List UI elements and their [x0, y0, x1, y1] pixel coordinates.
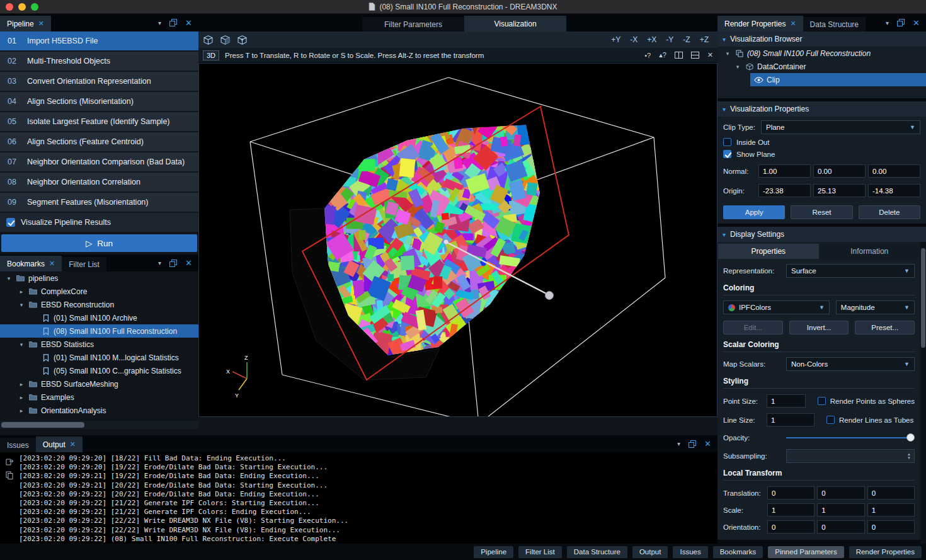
component-dropdown[interactable]: Magnitude ▼	[836, 300, 915, 314]
render-lines-tubes-checkbox[interactable]	[826, 416, 835, 424]
tree-item[interactable]: ▾pipelines	[0, 271, 198, 285]
tree-item-pipeline-node[interactable]: ▾ (08) Small IN100 Full Reconstruction	[717, 47, 926, 60]
caret-down-icon[interactable]: ▾	[734, 64, 741, 70]
translation-x-input[interactable]	[767, 486, 815, 500]
toggle-bookmarks-button[interactable]: Bookmarks	[713, 546, 763, 558]
close-tab-icon[interactable]: ✕	[70, 440, 76, 449]
scale-y-input[interactable]	[817, 503, 864, 517]
invert-color-button[interactable]: Invert...	[789, 321, 849, 334]
tab-bookmarks[interactable]: Bookmarks ✕	[0, 256, 62, 271]
orientation-y-input[interactable]	[817, 520, 864, 534]
toggle-issues-button[interactable]: Issues	[673, 546, 707, 558]
visibility-eye-icon[interactable]	[754, 77, 763, 83]
pipeline-step[interactable]: 06Align Sections (Feature Centroid)	[0, 132, 198, 151]
panel-menu-caret-icon[interactable]: ▾	[677, 440, 680, 447]
caret-right-icon[interactable]: ▸	[18, 394, 25, 401]
projection-cube-icon[interactable]	[237, 35, 247, 45]
tree-item[interactable]: ▸EBSD SurfaceMeshing	[0, 377, 198, 391]
tab-filter-parameters[interactable]: Filter Parameters	[362, 17, 464, 31]
minimize-window-button[interactable]	[18, 3, 26, 11]
toggle-filter-list-button[interactable]: Filter List	[518, 546, 562, 558]
caret-right-icon[interactable]: ▸	[18, 289, 25, 295]
camera-axis-button-plusminus-Y[interactable]: +Y	[611, 35, 620, 44]
caret-down-icon[interactable]: ▾	[5, 275, 13, 282]
pipeline-step[interactable]: 01Import H5EBSD File	[0, 31, 198, 50]
label-help-icon[interactable]: ▴?	[659, 51, 666, 59]
export-log-icon[interactable]	[6, 457, 14, 466]
toggle-render-properties-button[interactable]: Render Properties	[849, 546, 922, 558]
close-panel-icon[interactable]: ✕	[913, 18, 920, 28]
translation-y-input[interactable]	[817, 486, 864, 500]
viewport-3d[interactable]: Z X Y	[198, 63, 717, 417]
copy-log-icon[interactable]	[6, 471, 13, 479]
tab-data-structure[interactable]: Data Structure	[803, 17, 866, 31]
pipeline-step[interactable]: 04Align Sections (Misorientation)	[0, 92, 198, 111]
tree-item-data-container[interactable]: ▾ DataContainer	[717, 60, 926, 73]
tab-display-information[interactable]: Information	[820, 244, 920, 259]
pipeline-step[interactable]: 05Isolate Largest Feature (Identify Samp…	[0, 112, 198, 131]
panel-menu-caret-icon[interactable]: ▾	[158, 260, 161, 266]
caret-down-icon[interactable]: ▾	[18, 341, 25, 348]
visualization-browser-header[interactable]: ▾ Visualization Browser	[717, 31, 926, 47]
camera-axis-button-minus-Z[interactable]: -Z	[683, 35, 690, 44]
view-mode-badge[interactable]: 3D	[203, 50, 219, 60]
close-tab-icon[interactable]: ✕	[790, 20, 796, 28]
normal-x-input[interactable]	[758, 164, 811, 178]
tab-pipeline[interactable]: Pipeline ✕	[0, 16, 51, 31]
tab-render-properties[interactable]: Render Properties ✕	[717, 16, 803, 31]
caret-down-icon[interactable]: ▾	[18, 302, 25, 308]
opacity-slider[interactable]	[786, 433, 915, 442]
split-view-vertical-icon[interactable]	[675, 52, 683, 59]
tree-item[interactable]: (01) Small IN100 Archive	[0, 311, 198, 324]
split-view-horizontal-icon[interactable]	[691, 52, 699, 59]
section-collapse-icon[interactable]: ▾	[723, 106, 726, 113]
slider-thumb[interactable]	[906, 433, 915, 442]
subsampling-spinbox[interactable]: ▲▼	[786, 449, 915, 463]
tab-visualization[interactable]: Visualization	[464, 16, 566, 31]
delete-button[interactable]: Delete	[859, 205, 920, 219]
normal-z-input[interactable]	[868, 164, 920, 178]
edit-color-button[interactable]: Edit...	[723, 321, 783, 334]
run-pipeline-button[interactable]: ▷ Run	[1, 234, 197, 252]
close-tab-icon[interactable]: ✕	[38, 20, 44, 28]
tab-issues[interactable]: Issues	[0, 438, 36, 452]
scale-z-input[interactable]	[867, 503, 915, 517]
tree-item[interactable]: (01) Small IN100 M...logical Statistics	[0, 351, 198, 364]
preset-color-button[interactable]: Preset...	[855, 321, 915, 334]
float-panel-icon[interactable]	[897, 19, 905, 26]
console-log-lines[interactable]: [2023:02:20 09:29:20] [18/22] Fill Bad D…	[19, 452, 348, 544]
origin-x-input[interactable]	[758, 184, 811, 197]
toggle-output-button[interactable]: Output	[632, 546, 668, 558]
tree-item[interactable]: (08) Small IN100 Full Reconstruction	[0, 324, 198, 338]
toggle-pinned-parameters-button[interactable]: Pinned Parameters	[768, 546, 843, 558]
snap-view-cube-icon[interactable]	[220, 35, 230, 45]
panel-menu-caret-icon[interactable]: ▾	[886, 20, 889, 26]
scrollbar-thumb[interactable]	[921, 248, 925, 348]
tree-item[interactable]: ▸ComplexCore	[0, 285, 198, 298]
caret-down-icon[interactable]: ▾	[724, 50, 731, 57]
float-panel-icon[interactable]	[169, 260, 177, 267]
color-array-dropdown[interactable]: IPFColors ▼	[723, 300, 830, 314]
caret-right-icon[interactable]: ▸	[18, 381, 25, 387]
close-panel-icon[interactable]: ✕	[704, 439, 711, 449]
orientation-z-input[interactable]	[867, 520, 915, 534]
pipeline-step[interactable]: 09Segment Features (Misorientation)	[0, 193, 198, 212]
visualize-results-checkbox[interactable]	[6, 218, 15, 227]
tab-filter-list[interactable]: Filter List	[62, 257, 106, 271]
float-panel-icon[interactable]	[169, 19, 177, 26]
display-settings-header[interactable]: ▾ Display Settings	[717, 227, 926, 242]
toggle-data-structure-button[interactable]: Data Structure	[567, 546, 627, 558]
tree-item[interactable]: ▾EBSD Reconstruction	[0, 298, 198, 311]
origin-y-input[interactable]	[813, 184, 866, 197]
section-collapse-icon[interactable]: ▾	[723, 36, 726, 43]
camera-axis-button-minus-X[interactable]: -X	[630, 35, 637, 44]
normal-y-input[interactable]	[813, 164, 866, 178]
point-size-input[interactable]	[767, 394, 806, 408]
line-size-input[interactable]	[767, 413, 815, 426]
bookmarks-horizontal-scrollbar[interactable]	[0, 421, 198, 429]
tree-item[interactable]: (05) Small IN100 C...graphic Statistics	[0, 364, 198, 377]
orientation-x-input[interactable]	[767, 520, 815, 534]
tree-item-clip[interactable]: Clip	[750, 73, 926, 86]
clip-type-dropdown[interactable]: Plane ▼	[761, 120, 920, 134]
close-panel-icon[interactable]: ✕	[185, 18, 192, 28]
